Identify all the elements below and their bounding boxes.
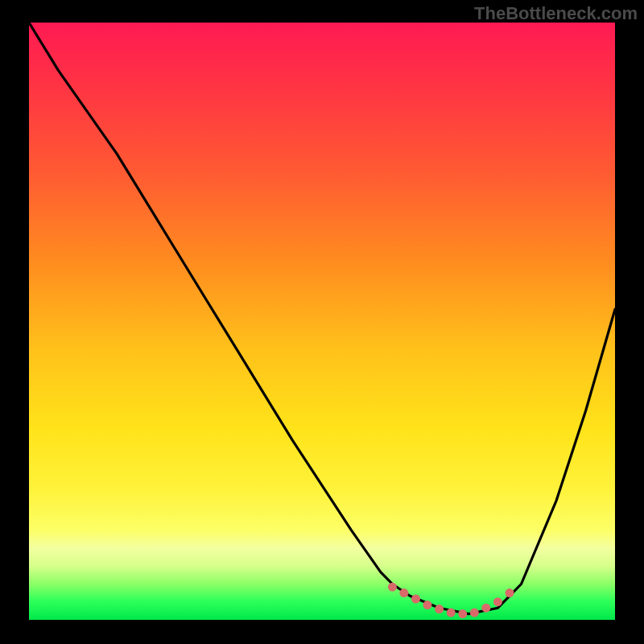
curve-layer [29,23,615,620]
marker-dot [458,609,467,618]
chart-container: TheBottleneck.com [0,0,644,644]
marker-dot [470,609,479,617]
marker-dot [481,604,490,613]
bottom-marker-dots [388,583,514,618]
marker-dot [435,605,444,613]
marker-dot [399,588,408,597]
marker-dot [447,609,456,617]
marker-dot [388,583,397,592]
marker-dot [506,588,514,597]
marker-dot [493,597,502,606]
marker-dot [411,595,420,604]
watermark-text: TheBottleneck.com [474,3,638,24]
marker-dot [423,601,432,609]
bottleneck-curve [29,23,615,614]
